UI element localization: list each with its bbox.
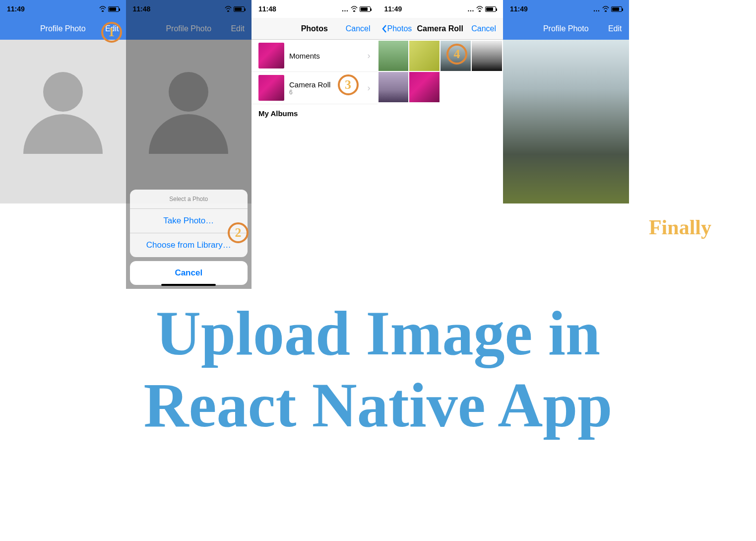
phone-screen-4: 11:49 … Photos Camera Roll Cancel 4 bbox=[378, 0, 504, 289]
nav-bar: Profile Photo Edit bbox=[503, 18, 629, 40]
cellular-icon: … bbox=[593, 5, 600, 13]
thumbnail-icon bbox=[258, 43, 284, 68]
status-right: … bbox=[467, 5, 496, 13]
photo-thumb[interactable] bbox=[409, 72, 440, 102]
cancel-button[interactable]: Cancel bbox=[471, 24, 496, 33]
phone-screen-2: 11:48 Profile Photo Edit Select a Photo … bbox=[126, 0, 252, 289]
chevron-right-icon: › bbox=[368, 51, 371, 61]
back-button[interactable]: Photos bbox=[381, 24, 412, 33]
battery-icon bbox=[360, 6, 371, 12]
finally-label: Finally bbox=[649, 215, 711, 239]
phone-screen-3: 11:48 … Photos Cancel Moments › Camera R… bbox=[252, 0, 378, 289]
step-badge-3: 3 bbox=[338, 74, 359, 95]
chevron-left-icon bbox=[381, 24, 387, 33]
sheet-title: Select a Photo bbox=[130, 190, 248, 209]
nav-title: Photos bbox=[301, 24, 328, 33]
section-my-albums: My Albums bbox=[252, 104, 378, 123]
nav-bar: Photos Cancel bbox=[252, 18, 378, 40]
main-title-line1: Upload Image in bbox=[0, 298, 756, 370]
step-badge-4: 4 bbox=[446, 44, 467, 65]
status-bar: 11:48 … bbox=[252, 0, 378, 18]
wifi-icon bbox=[351, 6, 358, 12]
home-indicator bbox=[161, 284, 216, 286]
battery-icon bbox=[611, 6, 622, 12]
photo-thumb[interactable] bbox=[378, 72, 409, 102]
photo-grid bbox=[378, 40, 504, 103]
step-badge-2: 2 bbox=[228, 222, 249, 243]
status-bar: 11:49 … bbox=[378, 0, 504, 18]
back-label: Photos bbox=[387, 24, 412, 33]
camera-roll-row[interactable]: Camera Roll 6 › bbox=[252, 72, 378, 104]
main-title: Upload Image in React Native App bbox=[0, 298, 756, 442]
battery-icon bbox=[108, 6, 119, 12]
action-sheet-group: Select a Photo Take Photo… Choose from L… bbox=[130, 190, 248, 257]
photo-thumb[interactable] bbox=[378, 41, 409, 71]
status-bar: 11:49 bbox=[0, 0, 126, 18]
status-right: … bbox=[593, 5, 622, 13]
status-right bbox=[99, 6, 119, 12]
screens-row: 11:49 Profile Photo Edit 1 11:48 Profile… bbox=[0, 0, 756, 289]
battery-icon bbox=[485, 6, 496, 12]
nav-title: Camera Roll bbox=[417, 24, 463, 33]
main-title-line2: React Native App bbox=[0, 370, 756, 442]
nav-title: Profile Photo bbox=[40, 24, 86, 33]
chevron-right-icon: › bbox=[368, 83, 371, 93]
status-bar: 11:49 … bbox=[503, 0, 629, 18]
time-label: 11:49 bbox=[7, 5, 25, 13]
cancel-button[interactable]: Cancel bbox=[346, 24, 371, 33]
selected-photo bbox=[503, 40, 629, 203]
time-label: 11:49 bbox=[510, 5, 528, 13]
moments-row[interactable]: Moments › bbox=[252, 40, 378, 72]
photo-thumb[interactable] bbox=[409, 41, 440, 71]
avatar-icon bbox=[18, 67, 108, 156]
edit-button[interactable]: Edit bbox=[608, 24, 622, 33]
profile-placeholder bbox=[0, 40, 126, 203]
photo-thumb[interactable] bbox=[472, 41, 502, 71]
wifi-icon bbox=[476, 6, 483, 12]
phone-screen-1: 11:49 Profile Photo Edit 1 bbox=[0, 0, 126, 289]
thumbnail-icon bbox=[258, 75, 284, 101]
wifi-icon bbox=[602, 6, 609, 12]
row-label: Moments bbox=[289, 52, 368, 60]
time-label: 11:48 bbox=[258, 5, 276, 13]
step-badge-1: 1 bbox=[101, 22, 122, 43]
cellular-icon: … bbox=[342, 5, 349, 13]
cellular-icon: … bbox=[467, 5, 474, 13]
wifi-icon bbox=[99, 6, 106, 12]
nav-title: Profile Photo bbox=[543, 24, 589, 33]
status-right: … bbox=[342, 5, 371, 13]
cancel-button[interactable]: Cancel bbox=[130, 261, 248, 285]
nav-bar: Photos Camera Roll Cancel bbox=[378, 18, 504, 40]
phone-screen-5: 11:49 … Profile Photo Edit bbox=[503, 0, 629, 289]
time-label: 11:49 bbox=[384, 5, 402, 13]
